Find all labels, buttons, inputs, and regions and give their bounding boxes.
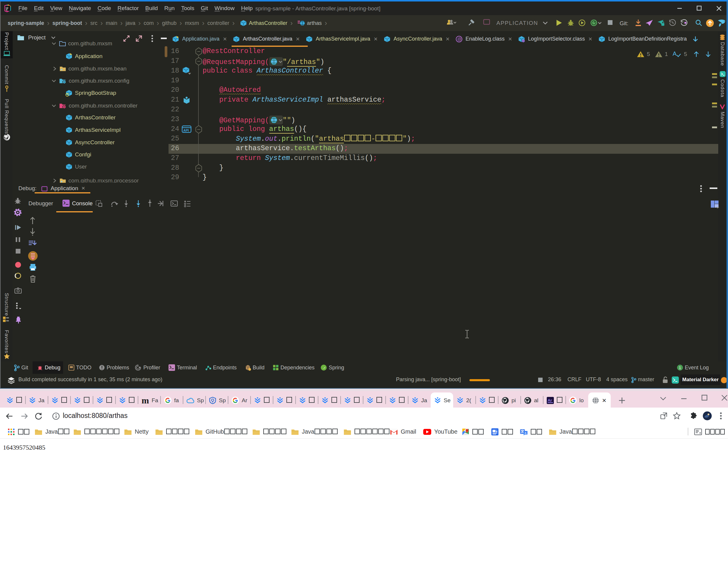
svg-text:API: API (183, 129, 189, 132)
svg-text:Ar: Ar (548, 398, 552, 402)
svg-text:A: A (524, 431, 527, 435)
svg-text:IJ: IJ (6, 6, 8, 9)
svg-text:@: @ (457, 37, 462, 42)
svg-text:1: 1 (679, 366, 681, 370)
svg-text:A: A (673, 50, 677, 57)
